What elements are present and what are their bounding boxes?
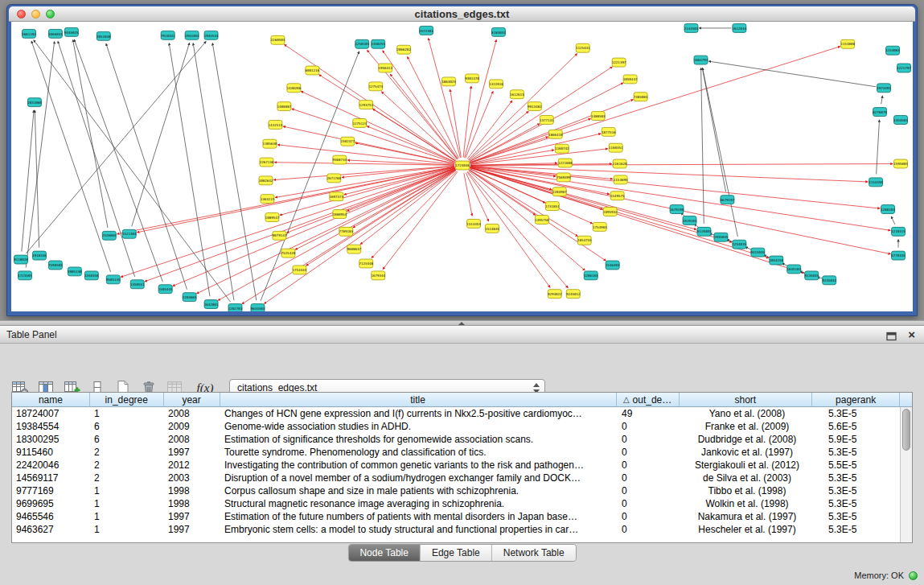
network-node[interactable]: 1125431 (576, 43, 590, 52)
network-edge[interactable] (212, 43, 257, 301)
network-node[interactable]: 1095932 (603, 208, 618, 216)
network-node[interactable]: 1275124 (352, 118, 367, 127)
network-edge[interactable] (34, 40, 231, 302)
network-node[interactable]: 1679190 (670, 205, 684, 214)
network-node[interactable]: 1254035 (733, 240, 747, 249)
tab-edge-table[interactable]: Edge Table (420, 545, 491, 561)
table-row[interactable]: 969969511998Structural magnetic resonanc… (12, 497, 901, 510)
network-node[interactable]: 1945534 (204, 31, 219, 39)
network-node[interactable]: 9368734 (332, 155, 347, 164)
network-node[interactable]: 1154350 (869, 178, 883, 187)
network-node[interactable]: 1275473 (368, 82, 383, 91)
network-node[interactable]: 1642001 (204, 300, 219, 309)
network-node[interactable]: 1754903 (593, 222, 607, 231)
network-node[interactable]: 1595805 (893, 159, 908, 168)
network-edge[interactable] (169, 43, 210, 297)
network-node[interactable]: 6679197 (721, 196, 735, 204)
network-node[interactable]: 1154695 (614, 175, 628, 184)
network-node[interactable]: 7590505 (48, 261, 63, 270)
network-node[interactable]: 1956413 (378, 64, 392, 72)
network-node[interactable]: 1753444 (293, 266, 307, 274)
network-edge[interactable] (470, 166, 613, 179)
network-edge[interactable] (138, 167, 455, 233)
network-node[interactable]: 9245012 (566, 290, 581, 299)
network-canvas[interactable]: 1724046206620219564131275473129375112751… (11, 22, 913, 311)
network-node[interactable]: 8183044 (491, 27, 506, 36)
network-node[interactable]: 7910341 (161, 31, 175, 39)
network-edge[interactable] (31, 41, 110, 272)
network-node[interactable]: 9294022 (548, 290, 562, 299)
network-node[interactable]: 1919103 (683, 216, 697, 225)
table-row[interactable]: 1938455462009Genome-wide association stu… (12, 420, 901, 433)
network-edge[interactable] (468, 54, 577, 160)
network-edge[interactable] (265, 170, 456, 303)
network-edge[interactable] (703, 68, 738, 237)
network-node[interactable]: 9608637 (347, 245, 361, 253)
network-node[interactable]: 7125448 (359, 259, 373, 268)
column-header-year[interactable]: year (164, 393, 220, 407)
table-row[interactable]: 1456911722003Disruption of a novel membe… (12, 472, 901, 484)
table-row[interactable]: 977716911998Corpus callosum shape and si… (12, 484, 901, 497)
network-window-titlebar[interactable]: citations_edges.txt (9, 6, 915, 22)
network-node[interactable]: 1854755 (577, 236, 592, 245)
tab-network-table[interactable]: Network Table (491, 545, 576, 561)
network-edge[interactable] (360, 171, 456, 245)
network-node[interactable]: 1521304 (122, 229, 137, 238)
network-edge[interactable] (470, 167, 890, 230)
network-node[interactable]: 2031060 (27, 98, 42, 107)
network-edge[interactable] (467, 101, 512, 159)
network-node[interactable]: 1664794 (694, 56, 708, 64)
network-node[interactable]: 2144503 (684, 23, 699, 32)
network-edge[interactable] (470, 47, 840, 163)
network-node[interactable]: 1432515 (269, 120, 283, 129)
network-node[interactable]: 1154083 (885, 46, 900, 55)
network-node[interactable]: 1293751 (359, 101, 373, 109)
network-node[interactable]: 2260503 (271, 35, 285, 44)
close-panel-icon[interactable]: × (908, 327, 915, 343)
network-edge[interactable] (390, 74, 457, 159)
network-node[interactable]: 1666033 (48, 29, 63, 38)
scrollbar-thumb[interactable] (902, 409, 910, 451)
network-edge[interactable] (353, 169, 455, 227)
network-node[interactable]: 9245032 (822, 276, 836, 285)
network-node[interactable]: 1495750 (535, 215, 549, 224)
network-node[interactable]: 9079147 (273, 231, 287, 240)
table-row[interactable]: 946362711997Embryonic stem cells: a mode… (12, 523, 901, 536)
network-node[interactable]: 2066202 (396, 45, 411, 54)
network-node[interactable]: 1546403 (606, 261, 620, 270)
network-node[interactable]: 1377141 (540, 116, 554, 125)
network-edge[interactable] (702, 68, 725, 192)
table-vertical-scrollbar[interactable] (900, 407, 912, 542)
network-edge[interactable] (306, 170, 456, 266)
column-header-out-degree[interactable]: △ out_de… (617, 393, 680, 407)
network-node[interactable]: 1154808 (840, 39, 855, 48)
network-edge[interactable] (367, 126, 454, 163)
network-node[interactable]: 1305630 (263, 139, 277, 148)
network-edge[interactable] (273, 166, 454, 179)
network-edge[interactable] (470, 167, 696, 229)
column-header-short[interactable]: short (680, 393, 813, 407)
network-node[interactable]: 1050447 (623, 75, 638, 84)
network-node[interactable]: 1863025 (441, 77, 456, 86)
network-node[interactable]: 1514845 (485, 224, 499, 233)
network-node[interactable]: 8276070 (873, 108, 887, 117)
network-node[interactable]: 2204907 (552, 187, 567, 196)
network-node[interactable]: 1866410 (548, 130, 563, 138)
network-node[interactable]: 7789183 (339, 227, 353, 236)
network-node[interactable]: 7569399 (556, 173, 571, 182)
network-edge[interactable] (708, 61, 876, 87)
network-node[interactable]: 1679344 (371, 271, 385, 280)
network-node[interactable]: 2526065 (102, 231, 117, 240)
network-node[interactable]: 6001216 (306, 66, 320, 75)
network-node[interactable]: 6770345 (891, 251, 906, 260)
network-node[interactable]: 9415035 (751, 248, 766, 257)
network-node[interactable]: 1258103 (355, 39, 369, 48)
network-node[interactable]: 1363215 (261, 195, 275, 204)
network-node[interactable]: 1089547 (265, 213, 280, 222)
network-node[interactable]: 1505445 (158, 285, 173, 294)
table-row[interactable]: 946554611997Estimation of the future num… (12, 510, 901, 523)
table-row[interactable]: 1830029562008Estimation of significance … (12, 433, 901, 446)
network-node[interactable]: 1350255 (371, 39, 385, 48)
network-edge[interactable] (74, 39, 162, 282)
table-row[interactable]: 911546021997Tourette syndrome. Phenomeno… (12, 446, 901, 459)
